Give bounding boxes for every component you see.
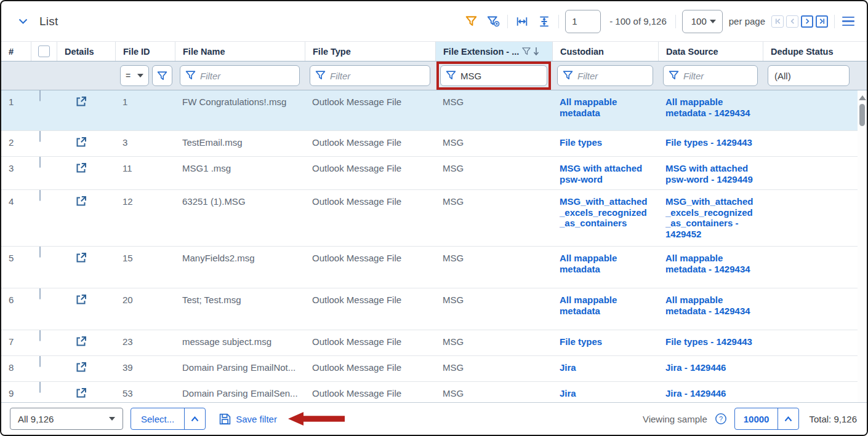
file-id-cell: 15	[115, 247, 175, 288]
scrollbar-up-arrow-icon[interactable]	[859, 95, 866, 100]
file-name-filter-input[interactable]	[180, 65, 300, 86]
open-details-button[interactable]	[75, 195, 87, 207]
sample-size-expand[interactable]	[778, 408, 798, 429]
data-source-link[interactable]: MSG with attached psw-word - 1429449	[658, 157, 763, 189]
custodian-link[interactable]: All mappable metadata	[552, 90, 658, 130]
data-source-filter-input[interactable]	[663, 65, 758, 86]
next-page-button[interactable]	[801, 15, 813, 28]
data-source-link[interactable]: File types - 1429443	[658, 131, 763, 156]
page-number-input[interactable]	[565, 10, 601, 33]
data-source-link[interactable]: All mappable metadata - 1429434	[658, 90, 763, 130]
external-link-icon	[75, 387, 87, 399]
select-button-expand[interactable]	[184, 408, 205, 429]
first-page-button[interactable]	[771, 15, 784, 28]
selection-scope-select[interactable]: All 9,126	[10, 408, 123, 430]
row-number: 1	[1, 90, 31, 130]
help-icon[interactable]: ?	[715, 413, 727, 425]
caret-down-icon	[710, 20, 716, 23]
open-details-button[interactable]	[75, 162, 87, 174]
custodian-link[interactable]: All mappable metadata	[552, 247, 658, 288]
table-row[interactable]: 1 1 FW Congratulations!.msg Outlook Mess…	[1, 90, 867, 131]
file-id-filter-button[interactable]	[152, 65, 172, 86]
custodian-link[interactable]: MSG_with_attached_excels_recognized_as_c…	[552, 190, 658, 246]
column-header-data-source[interactable]: Data Source	[658, 42, 763, 61]
file-name-cell: 63251 (1).MSG	[175, 190, 305, 246]
custodian-link[interactable]: Jira	[552, 382, 658, 402]
custodian-link[interactable]: Jira	[552, 356, 658, 381]
row-checkbox[interactable]	[39, 131, 41, 142]
row-checkbox[interactable]	[39, 356, 41, 367]
column-header-file-name[interactable]: File Name	[175, 42, 305, 61]
sample-size-button[interactable]: 10000	[735, 408, 778, 429]
open-details-button[interactable]	[75, 361, 87, 373]
page-size-value: 100	[691, 16, 707, 26]
table-row[interactable]: 3 11 MSG1 .msg Outlook Message File MSG …	[1, 157, 867, 190]
scrollbar-thumb[interactable]	[859, 104, 865, 126]
select-button[interactable]: Select...	[131, 408, 184, 429]
row-number: 9	[1, 382, 31, 402]
column-header-file-type[interactable]: File Type	[305, 42, 435, 61]
data-source-link[interactable]: All mappable metadata - 1429434	[658, 288, 763, 330]
data-source-link[interactable]: MSG_with_attached_excels_recognized_as_c…	[658, 190, 763, 246]
column-header-custodian[interactable]: Custodian	[552, 42, 658, 61]
custodian-link[interactable]: All mappable metadata	[552, 288, 658, 330]
select-all-checkbox[interactable]	[38, 46, 50, 57]
collapse-list-chevron-icon[interactable]	[15, 14, 31, 30]
file-id-cell: 1	[115, 90, 175, 130]
table-row[interactable]: 4 12 63251 (1).MSG Outlook Message File …	[1, 190, 867, 247]
data-source-link[interactable]: All mappable metadata - 1429434	[658, 247, 763, 288]
vertical-scrollbar[interactable]	[858, 90, 867, 402]
data-source-link[interactable]: Jira - 1429446	[658, 356, 763, 381]
file-type-filter-input[interactable]	[310, 65, 430, 86]
collapse-rows-icon[interactable]	[536, 14, 552, 30]
active-filter-icon[interactable]	[463, 14, 479, 30]
row-checkbox[interactable]	[39, 90, 41, 101]
toolbar-divider	[675, 15, 676, 28]
open-details-button[interactable]	[75, 136, 87, 148]
column-header-file-id[interactable]: File ID	[115, 42, 175, 61]
file-id-operator-select[interactable]: =	[120, 65, 149, 86]
custodian-link[interactable]: File types	[552, 330, 658, 355]
clear-filters-icon[interactable]	[485, 14, 501, 30]
open-details-button[interactable]	[75, 335, 87, 347]
data-source-link[interactable]: Jira - 1429446	[658, 382, 763, 402]
open-details-button[interactable]	[75, 387, 87, 399]
funnel-icon	[157, 71, 167, 81]
menu-icon[interactable]	[841, 15, 856, 28]
filter-row: =	[1, 61, 867, 90]
row-checkbox[interactable]	[39, 288, 41, 299]
row-checkbox[interactable]	[39, 330, 41, 341]
save-filter-link[interactable]: Save filter	[219, 413, 277, 425]
table-row[interactable]: 5 15 ManyFields2.msg Outlook Message Fil…	[1, 247, 867, 288]
external-link-icon	[75, 252, 87, 264]
column-header-num[interactable]: #	[1, 42, 31, 61]
file-extension-filter-input[interactable]	[440, 65, 547, 86]
open-details-button[interactable]	[75, 252, 87, 264]
table-row[interactable]: 6 20 Test; Test.msg Outlook Message File…	[1, 288, 867, 330]
table-row[interactable]: 7 23 message subject.msg Outlook Message…	[1, 330, 867, 356]
table-row[interactable]: 9 53 Domain Parsing EmailSen... Outlook …	[1, 382, 867, 402]
row-checkbox[interactable]	[39, 190, 41, 201]
open-details-button[interactable]	[75, 95, 87, 108]
fit-column-width-icon[interactable]	[514, 14, 530, 30]
previous-page-button[interactable]	[786, 15, 798, 28]
file-type-cell: Outlook Message File	[305, 90, 435, 130]
file-type-cell: Outlook Message File	[305, 131, 435, 156]
column-header-details[interactable]: Details	[57, 42, 115, 61]
table-row[interactable]: 2 3 TestEmail.msg Outlook Message File M…	[1, 131, 867, 157]
custodian-link[interactable]: File types	[552, 131, 658, 156]
column-header-file-extension[interactable]: File Extension - ...	[435, 42, 552, 61]
last-page-button[interactable]	[816, 15, 828, 28]
table-row[interactable]: 8 39 Domain Parsing EmailNot... Outlook …	[1, 356, 867, 382]
custodian-filter-input[interactable]	[557, 65, 653, 86]
dedupe-status-filter-select[interactable]: (All)	[768, 65, 850, 86]
page-size-select[interactable]: 100	[682, 10, 723, 33]
row-checkbox[interactable]	[39, 247, 41, 258]
data-source-link[interactable]: File types - 1429443	[658, 330, 763, 355]
custodian-link[interactable]: MSG with attached psw-word	[552, 157, 658, 189]
file-type-cell: Outlook Message File	[305, 382, 435, 402]
row-checkbox[interactable]	[39, 382, 41, 393]
row-checkbox[interactable]	[39, 157, 41, 168]
open-details-button[interactable]	[75, 293, 87, 306]
column-header-dedupe-status[interactable]: Dedupe Status	[763, 42, 867, 61]
